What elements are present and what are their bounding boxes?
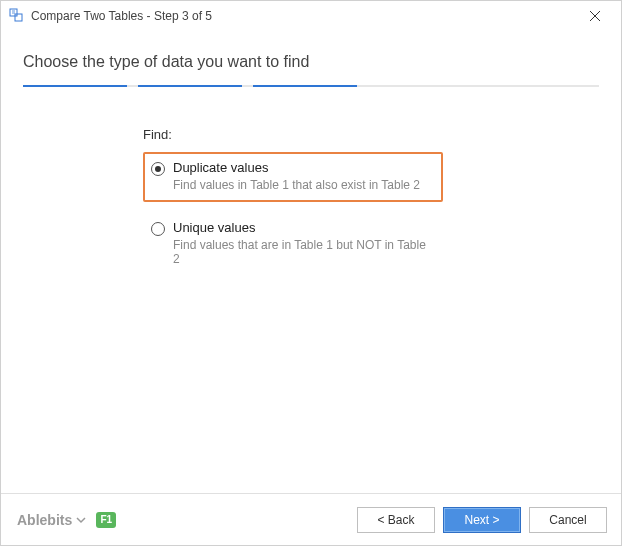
chevron-down-icon bbox=[76, 515, 86, 525]
find-label: Find: bbox=[143, 127, 599, 142]
help-badge-label: F1 bbox=[100, 514, 112, 525]
back-button[interactable]: < Back bbox=[357, 507, 435, 533]
next-button-label: Next > bbox=[464, 513, 499, 527]
svg-rect-1 bbox=[15, 14, 22, 21]
window-title: Compare Two Tables - Step 3 of 5 bbox=[31, 9, 575, 23]
option-body: Duplicate values Find values in Table 1 … bbox=[173, 160, 420, 192]
brand-label: Ablebits bbox=[17, 512, 72, 528]
page-heading: Choose the type of data you want to find bbox=[23, 53, 599, 71]
titlebar: Compare Two Tables - Step 3 of 5 bbox=[1, 1, 621, 31]
close-icon bbox=[590, 11, 600, 21]
option-duplicate-values[interactable]: Duplicate values Find values in Table 1 … bbox=[143, 152, 443, 202]
next-button[interactable]: Next > bbox=[443, 507, 521, 533]
wizard-window: Compare Two Tables - Step 3 of 5 Choose … bbox=[0, 0, 622, 546]
cancel-button-label: Cancel bbox=[549, 513, 586, 527]
close-button[interactable] bbox=[575, 2, 615, 30]
radio-unique-values[interactable] bbox=[151, 222, 165, 236]
wizard-content: Choose the type of data you want to find… bbox=[1, 31, 621, 493]
progress-seg-2 bbox=[138, 85, 242, 87]
progress-seg-3 bbox=[253, 85, 357, 87]
cancel-button[interactable]: Cancel bbox=[529, 507, 607, 533]
svg-rect-0 bbox=[10, 9, 17, 16]
back-button-label: < Back bbox=[377, 513, 414, 527]
option-title: Unique values bbox=[173, 220, 431, 236]
option-desc: Find values that are in Table 1 but NOT … bbox=[173, 238, 431, 266]
option-unique-values[interactable]: Unique values Find values that are in Ta… bbox=[143, 212, 443, 276]
radio-dot-icon bbox=[155, 166, 161, 172]
brand-menu[interactable]: Ablebits bbox=[17, 512, 86, 528]
radio-duplicate-values[interactable] bbox=[151, 162, 165, 176]
option-desc: Find values in Table 1 that also exist i… bbox=[173, 178, 420, 192]
app-icon bbox=[9, 8, 25, 24]
progress-bar bbox=[23, 85, 599, 87]
option-body: Unique values Find values that are in Ta… bbox=[173, 220, 431, 266]
find-options: Find: Duplicate values Find values in Ta… bbox=[143, 127, 599, 286]
wizard-footer: Ablebits F1 < Back Next > Cancel bbox=[1, 493, 621, 545]
help-badge[interactable]: F1 bbox=[96, 512, 116, 528]
progress-seg-1 bbox=[23, 85, 127, 87]
option-title: Duplicate values bbox=[173, 160, 420, 176]
